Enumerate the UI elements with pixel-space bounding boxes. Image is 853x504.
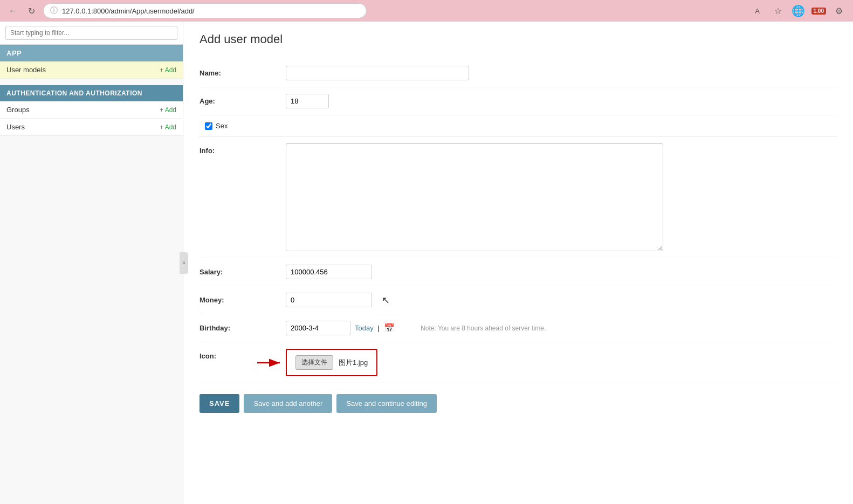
salary-label: Salary: [200, 265, 286, 276]
info-textarea[interactable] [286, 143, 663, 251]
name-label: Name: [200, 66, 286, 77]
sidebar-collapse-button[interactable]: « [180, 252, 188, 274]
sidebar-wrapper: APP User models + Add AUTHENTICATION AND… [0, 22, 183, 504]
save-button[interactable]: SAVE [200, 394, 239, 413]
salary-field [286, 265, 837, 279]
sidebar-filter-container [0, 22, 183, 45]
sidebar-item-users[interactable]: Users + Add [0, 119, 183, 136]
money-row: Money: ↖ [200, 286, 837, 314]
sidebar-usermodels-add[interactable]: + Add [160, 66, 176, 74]
info-label: Info: [200, 143, 286, 155]
age-field [286, 94, 837, 108]
birthday-label: Birthday: [200, 321, 286, 332]
save-continue-button[interactable]: Save and continue editing [336, 394, 437, 413]
reader-mode-icon[interactable]: A️ [750, 3, 765, 18]
sidebar-users-add[interactable]: + Add [160, 123, 176, 131]
salary-row: Salary: [200, 258, 837, 286]
icon-field: 选择文件 图片1.jpg [286, 349, 837, 376]
age-row: Age: [200, 87, 837, 115]
info-row: Info: [200, 137, 837, 258]
money-field: ↖ [286, 293, 837, 307]
sidebar-auth-header: AUTHENTICATION AND AUTHORIZATION [0, 85, 183, 101]
birthday-field: Today | 📅 Note: You are 8 hours ahead of… [286, 321, 837, 335]
sex-checkbox[interactable] [205, 122, 212, 130]
info-field [286, 143, 837, 251]
birthday-row: Birthday: Today | 📅 Note: You are 8 hour… [200, 314, 837, 342]
icon-row: Icon: 选择文件 图片1.jpg [200, 342, 837, 383]
calendar-icon[interactable]: 📅 [384, 323, 395, 333]
sidebar-users-label: Users [6, 123, 25, 131]
server-time-note: Note: You are 8 hours ahead of server ti… [421, 325, 546, 332]
address-bar: ⓘ 127.0.0.1:8000/admin/App/usermodel/add… [43, 3, 367, 18]
sidebar-usermodels-label: User models [6, 66, 46, 74]
sidebar-spacer [0, 79, 183, 85]
sidebar-item-usermodels[interactable]: User models + Add [0, 61, 183, 79]
refresh-button[interactable]: ↻ [25, 4, 38, 17]
name-input[interactable] [286, 66, 469, 80]
sidebar-app-header: APP [0, 45, 183, 61]
back-button[interactable]: ← [6, 4, 19, 17]
file-name-display: 图片1.jpg [339, 358, 368, 368]
sex-label: Sex [216, 122, 228, 130]
today-link[interactable]: Today [355, 324, 374, 332]
name-field [286, 66, 837, 80]
sidebar-item-groups[interactable]: Groups + Add [0, 101, 183, 119]
sidebar-filter-input[interactable] [5, 26, 177, 40]
browser-chrome: ← ↻ ⓘ 127.0.0.1:8000/admin/App/usermodel… [0, 0, 853, 22]
cursor-indicator: ↖ [382, 294, 390, 306]
money-input[interactable] [286, 293, 372, 307]
browser-toolbar: A️ ☆ 🌐 1.00 ⚙ [750, 3, 847, 18]
salary-input[interactable] [286, 265, 372, 279]
form-actions: SAVE Save and add another Save and conti… [200, 383, 837, 424]
sidebar-groups-add[interactable]: + Add [160, 106, 176, 114]
extension-badge: 1.00 [811, 8, 826, 15]
app-layout: APP User models + Add AUTHENTICATION AND… [0, 22, 853, 504]
profile-icon[interactable]: 🌐 [791, 3, 806, 18]
page-title: Add user model [200, 32, 837, 46]
sex-row: Sex [200, 115, 837, 137]
main-content: Add user model Name: Age: Sex Info: [183, 22, 853, 504]
name-row: Name: [200, 59, 837, 87]
money-label: Money: [200, 293, 286, 304]
sidebar: APP User models + Add AUTHENTICATION AND… [0, 22, 183, 504]
red-arrow-indicator [257, 355, 284, 371]
info-icon: ⓘ [50, 6, 58, 16]
url-text[interactable]: 127.0.0.1:8000/admin/App/usermodel/add/ [62, 7, 360, 15]
settings-icon[interactable]: ⚙ [831, 3, 847, 18]
sidebar-groups-label: Groups [6, 106, 30, 114]
save-add-button[interactable]: Save and add another [244, 394, 332, 413]
bookmark-icon[interactable]: ☆ [771, 3, 786, 18]
icon-field-wrapper: 选择文件 图片1.jpg [286, 349, 377, 376]
birthday-input[interactable] [286, 321, 350, 335]
age-input[interactable] [286, 94, 329, 108]
age-label: Age: [200, 94, 286, 105]
date-separator: | [378, 324, 380, 332]
file-choose-button[interactable]: 选择文件 [295, 355, 333, 370]
